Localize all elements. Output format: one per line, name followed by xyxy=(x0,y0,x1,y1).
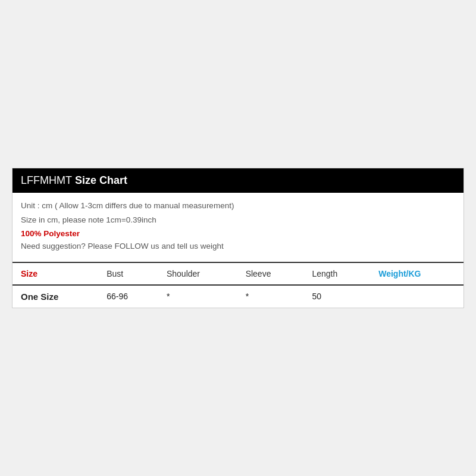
col-length: Length xyxy=(303,263,370,285)
size-chart-container: LFFMHMT Size Chart Unit : cm ( Allow 1-3… xyxy=(12,168,464,308)
cell-shoulder: * xyxy=(158,285,237,308)
col-size: Size xyxy=(12,263,98,285)
col-bust: Bust xyxy=(98,263,158,285)
col-weight: Weight/KG xyxy=(370,263,464,285)
cell-bust: 66-96 xyxy=(98,285,158,308)
info-line-2: Size in cm, please note 1cm=0.39inch xyxy=(21,214,455,226)
cell-length: 50 xyxy=(303,285,370,308)
info-section: Unit : cm ( Allow 1-3cm differs due to m… xyxy=(12,193,464,263)
size-table: Size Bust Shoulder Sleeve Length Weight/… xyxy=(12,263,464,308)
info-line-3: 100% Polyester xyxy=(21,229,455,238)
cell-size: One Size xyxy=(12,285,98,308)
brand-name: LFFMHMT xyxy=(21,174,72,186)
cell-weight xyxy=(370,285,464,308)
info-line-1: Unit : cm ( Allow 1-3cm differs due to m… xyxy=(21,200,455,212)
cell-sleeve: * xyxy=(237,285,304,308)
col-shoulder: Shoulder xyxy=(158,263,237,285)
col-sleeve: Sleeve xyxy=(237,263,304,285)
info-line-4: Need suggestion? Please FOLLOW us and te… xyxy=(21,240,455,252)
chart-title: Size Chart xyxy=(72,174,127,186)
size-table-section: Size Bust Shoulder Sleeve Length Weight/… xyxy=(12,263,464,308)
table-header-row: Size Bust Shoulder Sleeve Length Weight/… xyxy=(12,263,464,285)
table-row: One Size66-96**50 xyxy=(12,285,464,308)
chart-header: LFFMHMT Size Chart xyxy=(12,168,464,193)
